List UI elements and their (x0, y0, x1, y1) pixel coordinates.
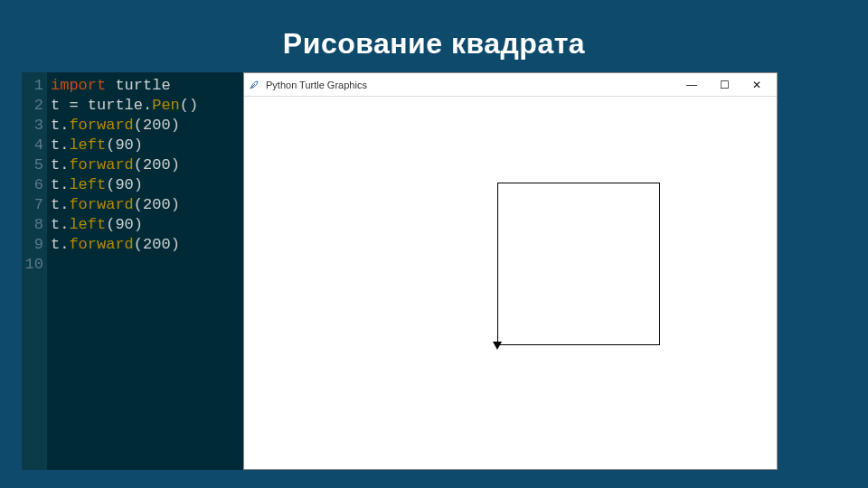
window-title: Python Turtle Graphics (266, 80, 675, 90)
line-number: 10 (22, 255, 43, 275)
maximize-button[interactable]: ☐ (708, 73, 741, 97)
code-editor: 12345678910 import turtlet = turtle.Pen(… (22, 72, 243, 470)
line-number: 6 (22, 175, 43, 195)
line-number: 7 (22, 195, 43, 215)
code-line: import turtle (51, 76, 240, 96)
line-number: 1 (22, 76, 43, 96)
code-body[interactable]: import turtlet = turtle.Pen()t.forward(2… (47, 72, 243, 470)
code-line: t.forward(200) (51, 195, 240, 215)
line-number: 5 (22, 155, 43, 175)
code-line: t.forward(200) (51, 116, 240, 136)
code-line: t.forward(200) (51, 235, 240, 255)
code-line: t.left(90) (51, 175, 240, 195)
line-number: 2 (22, 96, 43, 116)
code-line (51, 255, 240, 275)
code-line: t = turtle.Pen() (51, 96, 240, 116)
line-number: 3 (22, 116, 43, 136)
slide-title: Рисование квадрата (0, 27, 868, 61)
line-number: 4 (22, 136, 43, 155)
content-area: 12345678910 import turtlet = turtle.Pen(… (22, 72, 778, 470)
line-number: 9 (22, 235, 43, 255)
minimize-button[interactable]: — (675, 73, 708, 97)
window-controls: — ☐ ✕ (675, 73, 773, 97)
turtle-window: Python Turtle Graphics — ☐ ✕ (243, 72, 778, 470)
turtle-cursor-icon (493, 342, 502, 350)
code-line: t.forward(200) (51, 155, 240, 175)
window-titlebar[interactable]: Python Turtle Graphics — ☐ ✕ (244, 73, 777, 97)
line-gutter: 12345678910 (22, 72, 47, 470)
code-line: t.left(90) (51, 136, 240, 155)
turtle-canvas[interactable] (244, 97, 777, 469)
drawn-square (497, 183, 660, 345)
code-line: t.left(90) (51, 215, 240, 235)
close-button[interactable]: ✕ (741, 73, 773, 97)
line-number: 8 (22, 215, 43, 235)
feather-icon (248, 79, 260, 91)
